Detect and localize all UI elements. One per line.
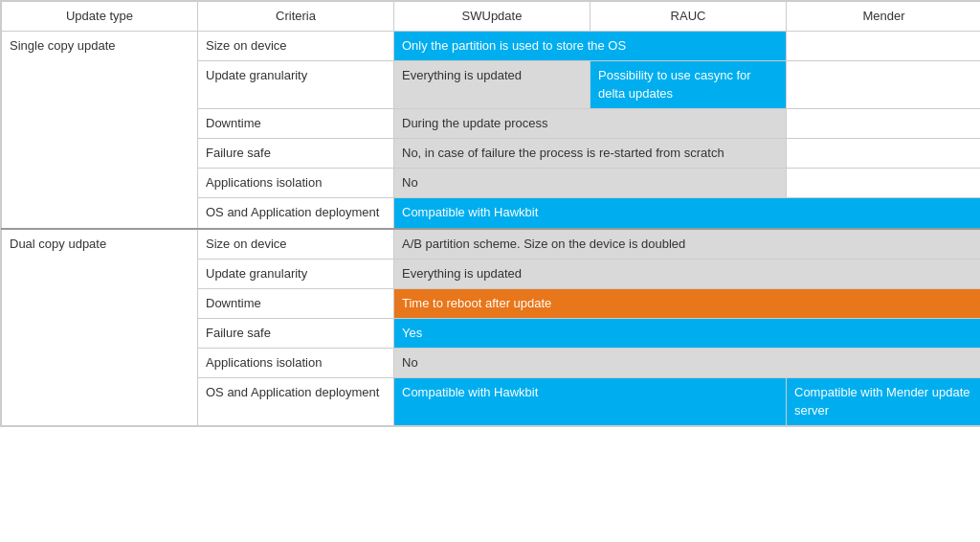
header-swupdate: SWUpdate bbox=[394, 2, 590, 32]
comparison-table: Update type Criteria SWUpdate RAUC Mende… bbox=[0, 0, 980, 427]
criteria-cell: Failure safe bbox=[198, 138, 394, 168]
swupdate-cell: Time to reboot after update bbox=[394, 288, 981, 318]
mender-cell bbox=[787, 169, 981, 198]
mender-cell bbox=[787, 32, 981, 61]
update-type-label: Dual copy udpate bbox=[2, 229, 198, 426]
swupdate-cell: Everything is updated bbox=[394, 61, 590, 108]
swupdate-cell: Compatible with Hawkbit bbox=[394, 378, 787, 425]
criteria-cell: Size on device bbox=[198, 32, 394, 61]
rauc-cell: Possibility to use casync for delta upda… bbox=[590, 61, 787, 108]
mender-cell bbox=[787, 108, 981, 138]
mender-cell bbox=[787, 138, 981, 168]
criteria-cell: OS and Application deployment bbox=[198, 198, 394, 229]
criteria-cell: Size on device bbox=[198, 229, 394, 260]
header-type: Update type bbox=[2, 2, 198, 32]
criteria-cell: OS and Application deployment bbox=[198, 378, 394, 425]
criteria-cell: Update granularity bbox=[198, 259, 394, 288]
header-rauc: RAUC bbox=[590, 2, 787, 32]
swupdate-cell: No bbox=[394, 169, 787, 198]
swupdate-cell: Yes bbox=[394, 319, 981, 349]
mender-cell: Compatible with Mender update server bbox=[787, 378, 981, 425]
swupdate-cell: During the update process bbox=[394, 108, 787, 138]
mender-cell bbox=[787, 61, 981, 108]
swupdate-cell: Only the partition is used to store the … bbox=[394, 32, 787, 61]
criteria-cell: Failure safe bbox=[198, 319, 394, 349]
swupdate-cell: A/B partition scheme. Size on the device… bbox=[394, 229, 981, 260]
criteria-cell: Downtime bbox=[198, 108, 394, 138]
update-type-label: Single copy update bbox=[2, 32, 198, 229]
criteria-cell: Update granularity bbox=[198, 61, 394, 108]
header-mender: Mender bbox=[787, 2, 981, 32]
swupdate-cell: Compatible with Hawkbit bbox=[394, 198, 981, 229]
swupdate-cell: Everything is updated bbox=[394, 259, 981, 288]
criteria-cell: Downtime bbox=[198, 288, 394, 318]
criteria-cell: Applications isolation bbox=[198, 349, 394, 378]
criteria-cell: Applications isolation bbox=[198, 169, 394, 198]
swupdate-cell: No, in case of failure the process is re… bbox=[394, 138, 787, 168]
swupdate-cell: No bbox=[394, 349, 981, 378]
header-criteria: Criteria bbox=[198, 2, 394, 32]
